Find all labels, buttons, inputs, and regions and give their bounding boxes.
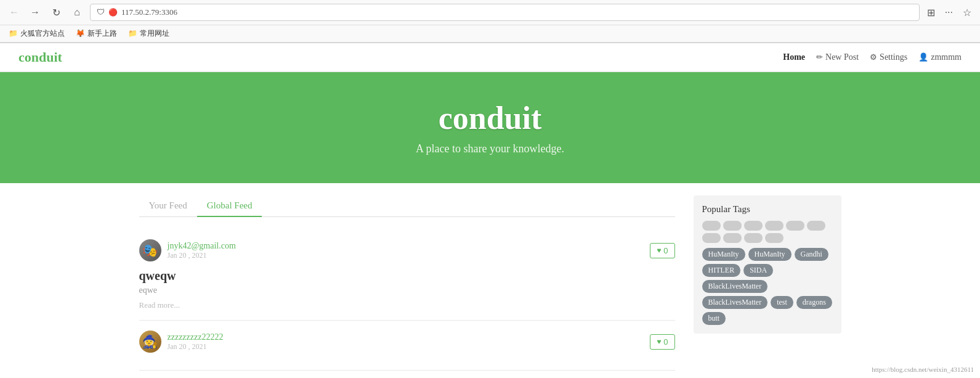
gear-icon: ⚙: [870, 52, 877, 62]
author-name-2[interactable]: zzzzzzzzz22222: [168, 332, 224, 342]
author-name-1[interactable]: jnyk42@gmail.com: [168, 241, 236, 250]
author-info-1: 🎭 jnyk42@gmail.com Jan 20 , 2021: [139, 239, 236, 261]
home-button[interactable]: ⌂: [69, 4, 85, 20]
bookmark-foxsite[interactable]: 📁 火狐官方站点: [6, 27, 67, 40]
brand-logo[interactable]: conduit: [18, 49, 62, 65]
nav-user[interactable]: 👤 zmmmm: [918, 52, 962, 62]
shield-icon: 🛡: [97, 7, 105, 17]
main-container: Your Feed Global Feed 🎭 jnyk42@gmail.com…: [121, 183, 860, 378]
firefox-icon: 🔴: [108, 8, 118, 17]
pencil-icon: ✏: [816, 52, 823, 62]
hero-title: conduit: [12, 100, 968, 136]
address-bar[interactable]: 🛡 🔴 117.50.2.79:3306: [90, 4, 920, 21]
sidebar: Popular Tags HuManItyHuManItyGandhiHITLE…: [694, 195, 841, 371]
bookmark-label-2: 新手上路: [87, 28, 117, 39]
author-details-1: jnyk42@gmail.com Jan 20 , 2021: [168, 241, 236, 260]
bookmarks-bar: 📁 火狐官方站点 🦊 新手上路 📁 常用网址: [0, 25, 980, 43]
feed-section: Your Feed Global Feed 🎭 jnyk42@gmail.com…: [139, 195, 675, 371]
tag-item-2[interactable]: Gandhi: [795, 248, 828, 261]
back-button[interactable]: ←: [6, 4, 22, 20]
firefox-icon-bookmark: 🦊: [76, 29, 85, 38]
home-label: Home: [783, 52, 805, 62]
reload-button[interactable]: ↻: [48, 4, 64, 20]
article-excerpt-1: eqwe: [139, 286, 675, 295]
popular-tags-title: Popular Tags: [702, 204, 833, 215]
tag-ph-3: [744, 221, 763, 231]
tag-item-7[interactable]: test: [771, 296, 793, 309]
heart-icon-2: ♥: [657, 337, 661, 346]
popular-tags-box: Popular Tags HuManItyHuManItyGandhiHITLE…: [694, 195, 841, 334]
user-icon: 👤: [918, 52, 928, 62]
extensions-button[interactable]: ⊞: [925, 6, 937, 20]
tag-ph-5: [786, 221, 804, 231]
tag-placeholders: [702, 221, 833, 243]
bookmark-label-3: 常用网址: [140, 28, 169, 39]
tag-ph-8: [723, 233, 742, 243]
hero-subtitle: A place to share your knowledge.: [12, 142, 968, 155]
tab-global-feed[interactable]: Global Feed: [197, 195, 262, 217]
bookmark-button[interactable]: ☆: [960, 6, 974, 20]
article-date-2: Jan 20 , 2021: [168, 342, 224, 351]
like-count-2: 0: [663, 337, 668, 347]
tag-item-1[interactable]: HuManIty: [748, 248, 792, 261]
avatar-1: 🎭: [139, 239, 161, 261]
nav-new-post[interactable]: ✏ New Post: [816, 52, 859, 62]
article-date-1: Jan 20 , 2021: [168, 251, 236, 260]
folder-icon-1: 📁: [9, 29, 18, 38]
article-card-2: 🧙 zzzzzzzzz22222 Jan 20 , 2021 ♥ 0: [139, 321, 675, 371]
tag-ph-10: [765, 233, 784, 243]
tag-ph-2: [723, 221, 742, 231]
article-card-1: 🎭 jnyk42@gmail.com Jan 20 , 2021 ♥ 0 qwe…: [139, 229, 675, 321]
app: conduit Home ✏ New Post ⚙ Settings 👤 zmm…: [0, 43, 980, 378]
browser-chrome: ← → ↻ ⌂ 🛡 🔴 117.50.2.79:3306 ⊞ ··· ☆ 📁 火…: [0, 0, 980, 43]
browser-toolbar: ← → ↻ ⌂ 🛡 🔴 117.50.2.79:3306 ⊞ ··· ☆: [0, 0, 980, 25]
feed-tabs: Your Feed Global Feed: [139, 195, 675, 217]
url-text: 117.50.2.79:3306: [121, 7, 177, 17]
author-details-2: zzzzzzzzz22222 Jan 20 , 2021: [168, 332, 224, 351]
like-button-1[interactable]: ♥ 0: [650, 243, 674, 258]
tag-ph-7: [702, 233, 721, 243]
tag-item-4[interactable]: SIDA: [743, 264, 773, 277]
like-button-2[interactable]: ♥ 0: [650, 334, 674, 350]
read-more-1[interactable]: Read more...: [139, 300, 180, 310]
article-meta-2: 🧙 zzzzzzzzz22222 Jan 20 , 2021 ♥ 0: [139, 331, 675, 353]
nav-settings[interactable]: ⚙ Settings: [870, 52, 907, 62]
browser-actions: ⊞ ··· ☆: [925, 6, 974, 20]
article-meta-1: 🎭 jnyk42@gmail.com Jan 20 , 2021 ♥ 0: [139, 239, 675, 261]
like-count-1: 0: [663, 246, 668, 255]
nav-links: Home ✏ New Post ⚙ Settings 👤 zmmmm: [783, 52, 962, 62]
hero-banner: conduit A place to share your knowledge.: [0, 72, 980, 183]
folder-icon-2: 📁: [128, 29, 137, 38]
heart-icon-1: ♥: [657, 246, 661, 255]
tag-ph-9: [744, 233, 763, 243]
tag-item-3[interactable]: HITLER: [702, 264, 741, 277]
username-label: zmmmm: [931, 52, 962, 62]
menu-button[interactable]: ···: [942, 6, 955, 19]
bookmark-label-1: 火狐官方站点: [20, 28, 65, 39]
tag-item-8[interactable]: dragons: [796, 296, 832, 309]
bookmark-newuser[interactable]: 🦊 新手上路: [73, 27, 119, 40]
author-info-2: 🧙 zzzzzzzzz22222 Jan 20 , 2021: [139, 331, 224, 353]
tag-ph-4: [765, 221, 784, 231]
tag-item-5[interactable]: BlackLivesMatter: [702, 280, 768, 293]
settings-label: Settings: [880, 52, 907, 62]
tag-ph-6: [807, 221, 825, 231]
avatar-2: 🧙: [139, 331, 161, 353]
tags-list: HuManItyHuManItyGandhiHITLERSIDABlackLiv…: [702, 248, 833, 325]
bookmark-common[interactable]: 📁 常用网址: [126, 27, 172, 40]
new-post-label: New Post: [825, 52, 859, 62]
navbar: conduit Home ✏ New Post ⚙ Settings 👤 zmm…: [0, 43, 980, 72]
article-title-1[interactable]: qweqw: [139, 269, 675, 283]
url-hint: https://blog.csdn.net/weixin_4312611: [872, 366, 974, 373]
tag-item-0[interactable]: HuManIty: [702, 248, 745, 261]
tab-your-feed[interactable]: Your Feed: [139, 195, 197, 217]
tag-ph-1: [702, 221, 721, 231]
forward-button[interactable]: →: [27, 4, 43, 20]
nav-home[interactable]: Home: [783, 52, 805, 62]
tag-item-9[interactable]: butt: [702, 312, 726, 325]
tag-item-6[interactable]: BlackLivesMatter: [702, 296, 768, 309]
